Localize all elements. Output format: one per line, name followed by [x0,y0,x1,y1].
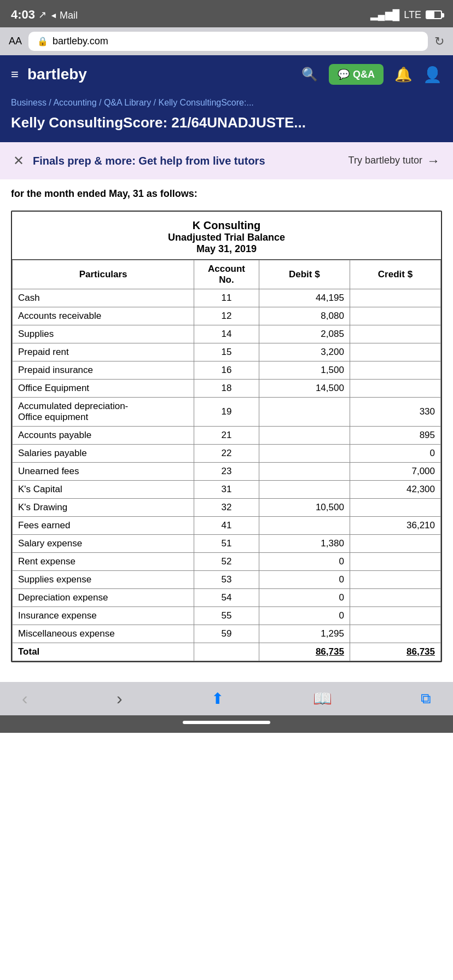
table-row: K's Drawing [13,499,194,517]
bookmark-icon[interactable]: 📖 [313,690,332,708]
table-cell-debit: 0 [259,571,350,589]
status-bar: 4:03 ↗ ◄ Mail ▂▄▆█ LTE [0,0,453,27]
col-header-credit: Credit $ [350,260,440,289]
promo-cta-text: Try bartleby tutor [349,154,422,167]
table-cell-credit [350,571,440,589]
table-cell-credit [350,589,440,607]
table-cell-account: 18 [194,380,259,398]
table-cell-debit: 86,735 [259,643,350,661]
breadcrumb-section: Business / Accounting / Q&A Library / Ke… [0,94,453,110]
back-arrow-icon: ◄ [50,11,57,20]
status-right: ▂▄▆█ LTE [370,9,442,21]
url-bar[interactable]: 🔒 bartleby.com [28,32,428,51]
table-cell-account: 31 [194,481,259,499]
trial-balance-table: K Consulting Unadjusted Trial Balance Ma… [11,211,442,662]
battery-icon [426,10,442,19]
table-cell-credit [350,553,440,571]
lte-label: LTE [404,9,421,21]
table-row: K's Capital [13,481,194,499]
url-text: bartleby.com [53,36,108,47]
table-cell-account: 23 [194,463,259,481]
table-cell-credit: 895 [350,427,440,445]
breadcrumb[interactable]: Business / Accounting / Q&A Library / Ke… [11,98,254,107]
table-cell-credit: 7,000 [350,463,440,481]
table-cell-debit: 8,080 [259,307,350,325]
table-cell-credit: 86,735 [350,643,440,661]
mail-back-label[interactable]: Mail [60,10,78,21]
table-row: Miscellaneous expense [13,625,194,643]
promo-text: Finals prep & more: Get help from live t… [33,153,349,168]
site-logo[interactable]: bartleby [27,66,87,83]
bell-icon[interactable]: 🔔 [394,66,412,83]
table-cell-account: 21 [194,427,259,445]
table-cell-account: 53 [194,571,259,589]
table-row: Depreciation expense [13,589,194,607]
menu-icon[interactable]: ≡ [11,67,19,82]
search-icon[interactable]: 🔍 [301,67,318,82]
table-cell-credit [350,535,440,553]
content-area: for the month ended May, 31 as follows: … [0,179,453,682]
browser-bar: AA 🔒 bartleby.com ↻ [0,27,453,55]
arrow-icon: → [427,153,440,168]
table-cell-debit: 2,085 [259,325,350,343]
table-header: K Consulting Unadjusted Trial Balance Ma… [12,212,441,260]
table-cell-debit [259,463,350,481]
table-cell-account: 15 [194,343,259,361]
table-row: Office Equipment [13,380,194,398]
table-row: Total [13,643,194,661]
refresh-icon[interactable]: ↻ [434,34,444,49]
home-indicator [183,721,270,724]
table-cell-account: 22 [194,445,259,463]
table-row: Accounts receivable [13,307,194,325]
home-bar [0,715,453,733]
table-cell-debit [259,517,350,535]
promo-cta[interactable]: Try bartleby tutor → [349,153,440,168]
table-row: Prepaid rent [13,343,194,361]
table-cell-debit [259,481,350,499]
table-row: Prepaid insurance [13,361,194,380]
close-icon[interactable]: ✕ [13,153,24,168]
back-nav-icon[interactable]: ‹ [22,689,28,709]
share-icon[interactable]: ⬆ [211,690,224,708]
table-cell-debit: 10,500 [259,499,350,517]
table-cell-account: 11 [194,289,259,307]
table-cell-credit: 330 [350,398,440,427]
table-row: Supplies expense [13,571,194,589]
table-cell-debit: 0 [259,589,350,607]
table-cell-debit: 3,200 [259,343,350,361]
table-cell-account: 55 [194,607,259,625]
table-cell-debit: 0 [259,553,350,571]
table-row: Salaries payable [13,445,194,463]
col-header-account: Account No. [194,260,259,289]
table-cell-account: 19 [194,398,259,427]
table-row: Supplies [13,325,194,343]
balance-table: Particulars Account No. Debit $ Credit $… [12,260,441,661]
table-cell-account: 14 [194,325,259,343]
table-cell-credit [350,380,440,398]
qa-button[interactable]: 💬 Q&A [329,64,384,85]
table-cell-account: 12 [194,307,259,325]
table-subtitle: Unadjusted Trial Balance [18,232,435,243]
table-row: Accumulated depreciation-Office equipmen… [13,398,194,427]
table-cell-debit: 44,195 [259,289,350,307]
user-icon[interactable]: 👤 [423,66,442,84]
nav-bar: ≡ bartleby 🔍 💬 Q&A 🔔 👤 [0,55,453,94]
table-cell-credit [350,361,440,380]
promo-banner: ✕ Finals prep & more: Get help from live… [0,142,453,179]
table-company-name: K Consulting [18,219,435,232]
table-cell-account: 54 [194,589,259,607]
table-cell-debit: 1,295 [259,625,350,643]
table-cell-account: 59 [194,625,259,643]
table-cell-debit: 1,380 [259,535,350,553]
table-row: Rent expense [13,553,194,571]
tabs-icon[interactable]: ⧉ [421,690,431,707]
table-row: Accounts payable [13,427,194,445]
page-title-section: Kelly ConsultingScore: 21/64UNADJUSTE... [0,110,453,142]
font-size-button[interactable]: AA [9,36,22,47]
table-cell-credit [350,625,440,643]
table-cell-credit: 36,210 [350,517,440,535]
table-cell-credit: 0 [350,445,440,463]
table-cell-credit [350,325,440,343]
table-cell-credit: 42,300 [350,481,440,499]
forward-nav-icon[interactable]: › [117,689,123,709]
